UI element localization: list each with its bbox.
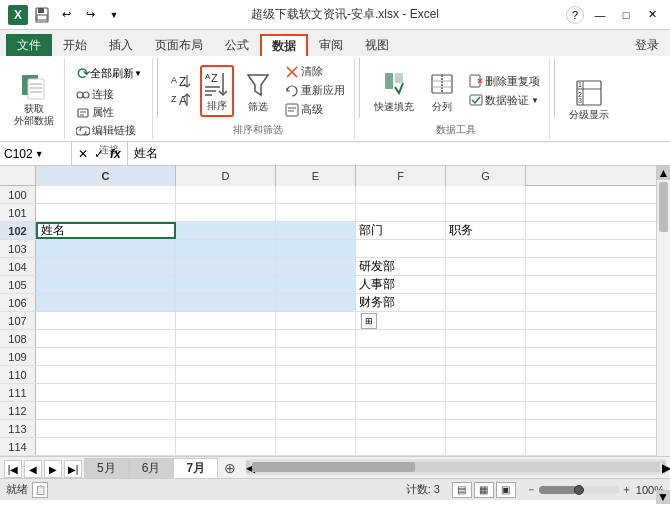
tab-view[interactable]: 视图 (354, 34, 400, 56)
paste-options-icon[interactable]: ⊞ (361, 313, 377, 329)
normal-view-button[interactable]: ▤ (452, 482, 472, 498)
reapply-button[interactable]: 重新应用 (282, 82, 348, 99)
tab-start[interactable]: 开始 (52, 34, 98, 56)
help-button[interactable]: ? (566, 6, 584, 24)
cell-g104[interactable] (446, 258, 526, 275)
cell-d104[interactable] (176, 258, 276, 275)
page-layout-view-button[interactable]: ▦ (474, 482, 494, 498)
remove-dup-button[interactable]: 删除重复项 (466, 73, 543, 90)
sort-az-button[interactable]: A Z (168, 72, 196, 90)
page-break-view-button[interactable]: ▣ (496, 482, 516, 498)
quick-menu[interactable]: ▼ (104, 5, 124, 25)
advanced-button[interactable]: 高级 (282, 101, 348, 118)
cell-c102[interactable]: 姓名 (36, 222, 176, 239)
minimize-button[interactable]: — (590, 5, 610, 25)
tab-review[interactable]: 审阅 (308, 34, 354, 56)
formula-fx-icon[interactable]: fx (108, 146, 123, 162)
cell-d100[interactable] (176, 186, 276, 203)
cell-d106[interactable] (176, 294, 276, 311)
cell-f102[interactable]: 部门 (356, 222, 446, 239)
sort-za-button[interactable]: Z A (168, 91, 196, 109)
maximize-button[interactable]: □ (616, 5, 636, 25)
col-header-C[interactable]: C (36, 166, 176, 186)
cell-g102[interactable]: 职务 (446, 222, 526, 239)
col-header-G[interactable]: G (446, 166, 526, 186)
sheet-tab-may[interactable]: 5月 (84, 458, 129, 478)
formula-input[interactable] (128, 147, 670, 161)
sheet-nav-next[interactable]: ▶ (44, 460, 62, 478)
sheet-add-button[interactable]: ⊕ (218, 458, 242, 478)
cell-c104[interactable] (36, 258, 176, 275)
cell-g106[interactable] (446, 294, 526, 311)
tab-file[interactable]: 文件 (6, 34, 52, 56)
cell-f106[interactable]: 财务部 (356, 294, 446, 311)
tab-page-layout[interactable]: 页面布局 (144, 34, 214, 56)
horizontal-scrollbar[interactable]: ◀ ▶ (246, 459, 666, 475)
sheet-tab-jul[interactable]: 7月 (173, 458, 218, 478)
fast-fill-button[interactable]: 快速填充 (370, 67, 418, 115)
cell-f101[interactable] (356, 204, 446, 221)
scroll-thumb[interactable] (659, 182, 668, 232)
cell-d107[interactable] (176, 312, 276, 329)
cell-e104[interactable] (276, 258, 356, 275)
edit-links-button[interactable]: 编辑链接 (73, 122, 139, 139)
cell-f107[interactable]: ⊞ (356, 312, 446, 329)
tab-formula[interactable]: 公式 (214, 34, 260, 56)
cell-f105[interactable]: 人事部 (356, 276, 446, 293)
vertical-scrollbar[interactable]: ▲ ▼ (656, 166, 670, 456)
cell-e100[interactable] (276, 186, 356, 203)
sort-button-highlighted[interactable]: A Z 排序 (200, 65, 234, 117)
connect-button[interactable]: 连接 (73, 86, 117, 103)
sheet-nav-last[interactable]: ▶| (64, 460, 82, 478)
sheet-tab-jun[interactable]: 6月 (129, 458, 174, 478)
col-header-F[interactable]: F (356, 166, 446, 186)
validate-button[interactable]: 数据验证 ▼ (466, 92, 543, 109)
cell-g103[interactable] (446, 240, 526, 257)
filter-button[interactable]: 筛选 (238, 67, 278, 115)
hscroll-thumb[interactable] (252, 462, 415, 472)
cell-c107[interactable] (36, 312, 176, 329)
cell-c101[interactable] (36, 204, 176, 221)
cell-c105[interactable] (36, 276, 176, 293)
cell-e105[interactable] (276, 276, 356, 293)
zoom-slider[interactable] (539, 486, 619, 494)
cell-d102[interactable] (176, 222, 276, 239)
hscroll-left[interactable]: ◀ (246, 461, 250, 473)
cell-g101[interactable] (446, 204, 526, 221)
get-external-data-button[interactable]: 获取外部数据 (10, 69, 58, 129)
col-header-D[interactable]: D (176, 166, 276, 186)
clear-button[interactable]: 清除 (282, 63, 348, 80)
cell-g100[interactable] (446, 186, 526, 203)
cell-d103[interactable] (176, 240, 276, 257)
quick-undo[interactable]: ↩ (56, 5, 76, 25)
tab-data[interactable]: 数据 (260, 34, 308, 56)
formula-cancel-icon[interactable]: ✕ (76, 146, 90, 162)
cell-f104[interactable]: 研发部 (356, 258, 446, 275)
formula-confirm-icon[interactable]: ✓ (92, 146, 106, 162)
cell-c106[interactable] (36, 294, 176, 311)
tab-insert[interactable]: 插入 (98, 34, 144, 56)
refresh-all-button[interactable]: ⟳ 全部刷新 ▼ (73, 62, 146, 85)
sheet-nav-prev[interactable]: ◀ (24, 460, 42, 478)
cell-c103[interactable] (36, 240, 176, 257)
properties-button[interactable]: 属性 (73, 104, 117, 121)
cell-c100[interactable] (36, 186, 176, 203)
cell-d105[interactable] (176, 276, 276, 293)
status-icon[interactable]: 📋 (32, 482, 48, 498)
outline-button[interactable]: 1 2 3 分级显示 (565, 75, 613, 123)
sheet-nav-first[interactable]: |◀ (4, 460, 22, 478)
cell-reference[interactable]: C102 ▼ (0, 142, 72, 165)
hscroll-right[interactable]: ▶ (662, 461, 666, 473)
tab-login[interactable]: 登录 (624, 34, 670, 56)
quick-save[interactable] (32, 5, 52, 25)
cell-c108[interactable] (36, 330, 176, 347)
col-header-E[interactable]: E (276, 166, 356, 186)
cell-e106[interactable] (276, 294, 356, 311)
cell-e107[interactable] (276, 312, 356, 329)
zoom-out-button[interactable]: － (526, 482, 537, 497)
cell-g107[interactable] (446, 312, 526, 329)
cell-e102[interactable] (276, 222, 356, 239)
split-button[interactable]: 分列 (422, 67, 462, 115)
cell-d101[interactable] (176, 204, 276, 221)
cell-e103[interactable] (276, 240, 356, 257)
